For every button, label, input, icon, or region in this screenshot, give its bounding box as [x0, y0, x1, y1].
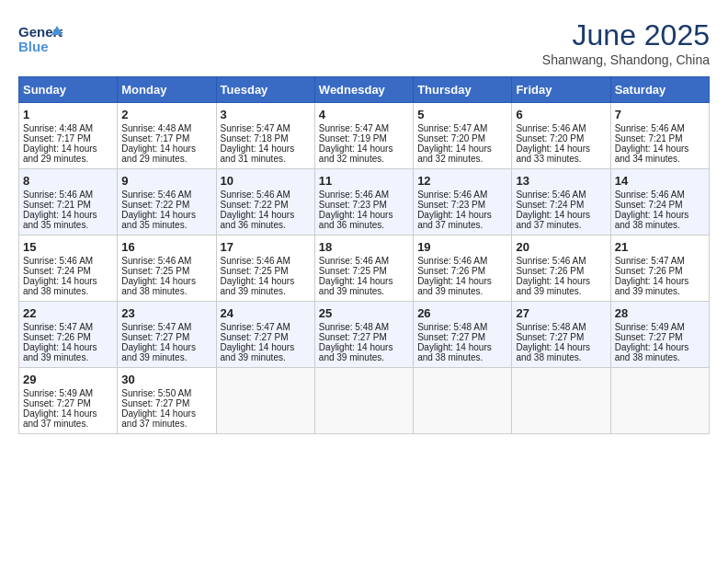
calendar-cell	[610, 368, 709, 434]
calendar-cell: 28Sunrise: 5:49 AMSunset: 7:27 PMDayligh…	[610, 302, 709, 368]
calendar-cell: 24Sunrise: 5:47 AMSunset: 7:27 PMDayligh…	[216, 302, 314, 368]
day-number: 30	[121, 373, 211, 386]
day-number: 17	[221, 240, 311, 254]
daylight: Daylight: 14 hours and 36 minutes.	[221, 210, 295, 230]
sunrise: Sunrise: 5:46 AM	[516, 256, 586, 266]
daylight: Daylight: 14 hours and 32 minutes.	[319, 144, 393, 164]
calendar-cell: 10Sunrise: 5:46 AMSunset: 7:22 PMDayligh…	[216, 169, 314, 236]
sunset: Sunset: 7:21 PM	[23, 200, 91, 210]
sunrise: Sunrise: 5:46 AM	[23, 256, 93, 266]
sunrise: Sunrise: 5:47 AM	[615, 256, 685, 266]
calendar-week-row: 15Sunrise: 5:46 AMSunset: 7:24 PMDayligh…	[19, 236, 710, 302]
weekday-header: Tuesday	[216, 77, 314, 103]
day-number: 14	[615, 174, 705, 188]
day-number: 22	[23, 306, 113, 320]
calendar-cell	[216, 368, 314, 434]
sunrise: Sunrise: 5:46 AM	[516, 190, 586, 200]
weekday-header: Sunday	[19, 77, 118, 103]
daylight: Daylight: 14 hours and 37 minutes.	[23, 408, 97, 429]
daylight: Daylight: 14 hours and 39 minutes.	[23, 342, 97, 362]
sunset: Sunset: 7:27 PM	[516, 332, 584, 342]
sunrise: Sunrise: 4:48 AM	[23, 123, 93, 133]
calendar-week-row: 22Sunrise: 5:47 AMSunset: 7:26 PMDayligh…	[19, 302, 710, 368]
daylight: Daylight: 14 hours and 38 minutes.	[615, 210, 689, 230]
sunrise: Sunrise: 5:46 AM	[615, 190, 685, 200]
day-number: 23	[121, 306, 211, 320]
calendar-cell: 17Sunrise: 5:46 AMSunset: 7:25 PMDayligh…	[216, 236, 314, 302]
weekday-header: Friday	[512, 77, 610, 103]
sunset: Sunset: 7:27 PM	[417, 332, 485, 342]
sunrise: Sunrise: 5:46 AM	[121, 190, 191, 200]
sunset: Sunset: 7:22 PM	[121, 200, 189, 210]
daylight: Daylight: 14 hours and 38 minutes.	[516, 342, 590, 362]
day-number: 6	[516, 108, 606, 121]
day-number: 20	[516, 240, 606, 254]
day-number: 16	[121, 240, 211, 254]
title-block: June 2025 Shanwang, Shandong, China	[542, 18, 710, 67]
daylight: Daylight: 14 hours and 39 minutes.	[221, 342, 295, 362]
daylight: Daylight: 14 hours and 31 minutes.	[221, 144, 295, 164]
sunset: Sunset: 7:17 PM	[121, 133, 189, 144]
sunset: Sunset: 7:17 PM	[23, 133, 91, 144]
sunset: Sunset: 7:26 PM	[615, 266, 683, 276]
sunrise: Sunrise: 5:46 AM	[417, 256, 487, 266]
day-number: 13	[516, 174, 606, 188]
sunset: Sunset: 7:25 PM	[319, 266, 387, 276]
header: General Blue June 2025 Shanwang, Shandon…	[18, 18, 710, 67]
logo: General Blue	[18, 18, 63, 61]
calendar-cell	[512, 368, 610, 434]
calendar-week-row: 29Sunrise: 5:49 AMSunset: 7:27 PMDayligh…	[19, 368, 710, 434]
sunset: Sunset: 7:27 PM	[23, 398, 91, 408]
sunrise: Sunrise: 5:46 AM	[516, 123, 586, 133]
sunset: Sunset: 7:21 PM	[615, 133, 683, 144]
calendar-cell: 3Sunrise: 5:47 AMSunset: 7:18 PMDaylight…	[216, 103, 314, 169]
day-number: 9	[121, 174, 211, 188]
sunset: Sunset: 7:27 PM	[121, 332, 189, 342]
calendar-cell: 5Sunrise: 5:47 AMSunset: 7:20 PMDaylight…	[414, 103, 512, 169]
calendar-cell: 2Sunrise: 4:48 AMSunset: 7:17 PMDaylight…	[118, 103, 216, 169]
daylight: Daylight: 14 hours and 35 minutes.	[121, 210, 196, 230]
calendar-cell: 18Sunrise: 5:46 AMSunset: 7:25 PMDayligh…	[314, 236, 413, 302]
daylight: Daylight: 14 hours and 36 minutes.	[319, 210, 393, 230]
sunset: Sunset: 7:27 PM	[121, 398, 189, 408]
sunrise: Sunrise: 5:47 AM	[221, 123, 290, 133]
daylight: Daylight: 14 hours and 38 minutes.	[23, 276, 97, 296]
day-number: 11	[319, 174, 409, 188]
sunrise: Sunrise: 5:50 AM	[121, 388, 191, 398]
daylight: Daylight: 14 hours and 38 minutes.	[121, 276, 196, 296]
calendar-cell: 13Sunrise: 5:46 AMSunset: 7:24 PMDayligh…	[512, 169, 610, 236]
sunrise: Sunrise: 5:46 AM	[319, 256, 389, 266]
sunset: Sunset: 7:22 PM	[221, 200, 289, 210]
daylight: Daylight: 14 hours and 39 minutes.	[221, 276, 295, 296]
day-number: 15	[23, 240, 113, 254]
daylight: Daylight: 14 hours and 39 minutes.	[615, 276, 689, 296]
sunrise: Sunrise: 5:46 AM	[615, 123, 685, 133]
sunrise: Sunrise: 5:47 AM	[221, 322, 290, 332]
sunrise: Sunrise: 4:48 AM	[121, 123, 191, 133]
daylight: Daylight: 14 hours and 32 minutes.	[417, 144, 492, 164]
daylight: Daylight: 14 hours and 37 minutes.	[121, 408, 196, 429]
calendar-cell: 7Sunrise: 5:46 AMSunset: 7:21 PMDaylight…	[610, 103, 709, 169]
weekday-header: Saturday	[610, 77, 709, 103]
calendar-cell: 11Sunrise: 5:46 AMSunset: 7:23 PMDayligh…	[314, 169, 413, 236]
daylight: Daylight: 14 hours and 37 minutes.	[417, 210, 492, 230]
sunset: Sunset: 7:23 PM	[319, 200, 387, 210]
logo-icon: General Blue	[18, 18, 63, 57]
sunrise: Sunrise: 5:46 AM	[221, 190, 290, 200]
calendar-cell: 26Sunrise: 5:48 AMSunset: 7:27 PMDayligh…	[414, 302, 512, 368]
sunset: Sunset: 7:18 PM	[221, 133, 289, 144]
daylight: Daylight: 14 hours and 39 minutes.	[417, 276, 492, 296]
sunset: Sunset: 7:24 PM	[516, 200, 584, 210]
weekday-header: Thursday	[414, 77, 512, 103]
day-number: 21	[615, 240, 705, 254]
sunset: Sunset: 7:19 PM	[319, 133, 387, 144]
day-number: 28	[615, 306, 705, 320]
daylight: Daylight: 14 hours and 39 minutes.	[121, 342, 196, 362]
sunrise: Sunrise: 5:48 AM	[417, 322, 487, 332]
day-number: 19	[417, 240, 507, 254]
calendar-cell: 29Sunrise: 5:49 AMSunset: 7:27 PMDayligh…	[19, 368, 118, 434]
daylight: Daylight: 14 hours and 37 minutes.	[516, 210, 590, 230]
sunrise: Sunrise: 5:48 AM	[319, 322, 389, 332]
sunrise: Sunrise: 5:49 AM	[23, 388, 93, 398]
day-number: 26	[417, 306, 507, 320]
